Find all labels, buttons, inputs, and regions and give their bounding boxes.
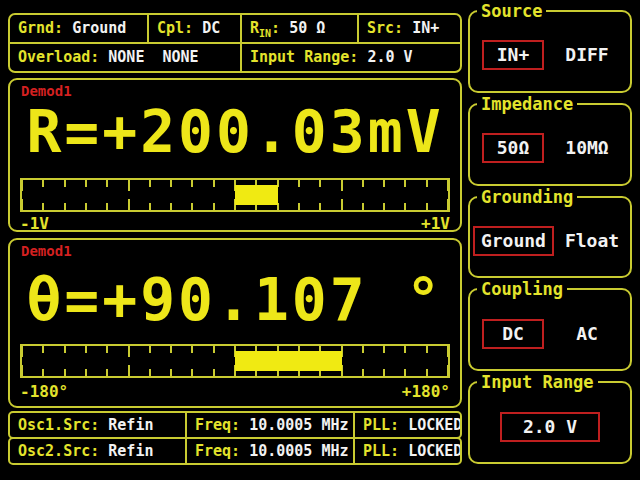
theta-bar-axis: -180° +180° — [20, 382, 450, 401]
theta-axis-min-label: -180° — [20, 382, 68, 401]
osc2-pll-value: LOCKED — [408, 442, 460, 460]
osc1-pll-label: PLL: — [363, 416, 399, 434]
demod1-r-panel: Demod1 R=+200.03mV -1V +1V — [8, 78, 462, 232]
coupling-group-title: Coupling — [477, 279, 567, 299]
r-bar-axis: -1V +1V — [20, 214, 450, 233]
osc1-freq-value: 10.0005 MHz — [249, 416, 348, 434]
settings-sidebar: Source IN+ DIFF Impedance 50Ω 10MΩ Groun… — [468, 10, 632, 464]
r-bar-meter — [20, 178, 450, 212]
osc2-pll: PLL: LOCKED — [353, 439, 460, 463]
source-option-in-plus[interactable]: IN+ — [482, 40, 544, 70]
theta-reading: θ=+90.107 ° — [16, 268, 454, 332]
osc1-freq-label: Freq: — [195, 416, 240, 434]
source-status-value: IN+ — [412, 19, 439, 37]
r-reading: R=+200.03mV — [16, 100, 454, 164]
demod1-theta-panel: Demod1 θ=+90.107 ° -180° +180° — [8, 238, 462, 408]
osc2-pll-label: PLL: — [363, 442, 399, 460]
coupling-status-label: Cpl: — [157, 19, 193, 37]
status-row-1: Grnd: Ground Cpl: DC RIN: 50 Ω Src: IN+ — [10, 15, 460, 42]
status-row-2: Overload: NONE NONE Input Range: 2.0 V — [10, 44, 460, 71]
coupling-option-dc[interactable]: DC — [482, 319, 544, 349]
lock-in-amplifier-screen: Grnd: Ground Cpl: DC RIN: 50 Ω Src: IN+ … — [0, 0, 640, 480]
grounding-status: Grnd: Ground — [10, 15, 147, 42]
osc1-pll-value: LOCKED — [408, 416, 460, 434]
osc2-source-label: Osc2.Src: — [18, 442, 99, 460]
input-range-status: Input Range: 2.0 V — [240, 44, 460, 71]
osc1-pll: PLL: LOCKED — [353, 413, 460, 437]
theta-axis-max-label: +180° — [402, 382, 450, 401]
grounding-option-float[interactable]: Float — [557, 226, 627, 256]
r-axis-min-label: -1V — [20, 214, 49, 233]
input-range-group: Input Range 2.0 V — [468, 381, 632, 464]
r-axis-max-label: +1V — [421, 214, 450, 233]
impedance-group-title: Impedance — [477, 94, 577, 114]
osc1-source-value: Refin — [108, 416, 153, 434]
overload-status: Overload: NONE NONE — [10, 44, 240, 71]
coupling-status: Cpl: DC — [147, 15, 240, 42]
grounding-status-value: Ground — [72, 19, 126, 37]
grounding-option-ground[interactable]: Ground — [473, 226, 554, 256]
osc2-freq: Freq: 10.0005 MHz — [185, 439, 353, 463]
osc1-freq: Freq: 10.0005 MHz — [185, 413, 353, 437]
overload-status-label: Overload: — [18, 48, 99, 66]
grounding-group: Grounding Ground Float — [468, 196, 632, 279]
input-status-panel: Grnd: Ground Cpl: DC RIN: 50 Ω Src: IN+ … — [8, 13, 462, 73]
osc2-source-value: Refin — [108, 442, 153, 460]
theta-bar-meter — [20, 344, 450, 378]
coupling-option-ac[interactable]: AC — [556, 319, 618, 349]
impedance-status-value: 50 Ω — [289, 19, 325, 37]
overload-status-value: NONE NONE — [108, 48, 198, 66]
input-range-status-label: Input Range: — [250, 48, 358, 66]
demod1-tag: Demod1 — [21, 243, 72, 259]
input-range-option-2v[interactable]: 2.0 V — [500, 412, 600, 442]
source-status: Src: IN+ — [357, 15, 460, 42]
demod1-tag: Demod1 — [21, 83, 72, 99]
impedance-status-label: RIN: — [250, 19, 280, 37]
grounding-status-label: Grnd: — [18, 19, 63, 37]
r-bar-fill — [235, 185, 278, 205]
coupling-status-value: DC — [202, 19, 220, 37]
input-impedance-status: RIN: 50 Ω — [240, 15, 357, 42]
theta-bar-fill — [235, 351, 342, 371]
source-option-diff[interactable]: DIFF — [556, 40, 618, 70]
osc2-freq-label: Freq: — [195, 442, 240, 460]
source-group-title: Source — [477, 1, 546, 21]
osc1-status-row: Osc1.Src: Refin Freq: 10.0005 MHz PLL: L… — [8, 411, 462, 439]
osc2-status-row: Osc2.Src: Refin Freq: 10.0005 MHz PLL: L… — [8, 437, 462, 465]
osc2-source: Osc2.Src: Refin — [10, 439, 185, 463]
input-range-group-title: Input Range — [477, 372, 598, 392]
source-group: Source IN+ DIFF — [468, 10, 632, 93]
impedance-option-10mohm[interactable]: 10MΩ — [556, 133, 618, 163]
osc1-source: Osc1.Src: Refin — [10, 413, 185, 437]
source-status-label: Src: — [367, 19, 403, 37]
grounding-group-title: Grounding — [477, 187, 577, 207]
osc1-source-label: Osc1.Src: — [18, 416, 99, 434]
impedance-group: Impedance 50Ω 10MΩ — [468, 103, 632, 186]
coupling-group: Coupling DC AC — [468, 288, 632, 371]
input-range-status-value: 2.0 V — [367, 48, 412, 66]
impedance-option-50ohm[interactable]: 50Ω — [482, 133, 544, 163]
osc2-freq-value: 10.0005 MHz — [249, 442, 348, 460]
